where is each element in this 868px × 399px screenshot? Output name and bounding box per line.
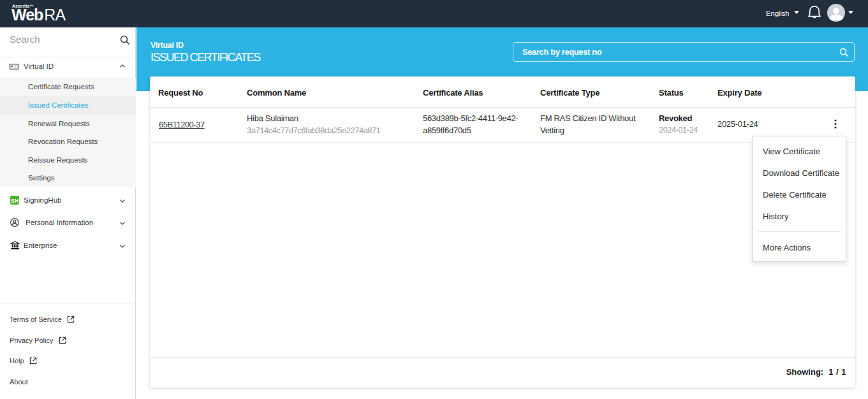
svg-text:SH: SH xyxy=(11,198,19,204)
